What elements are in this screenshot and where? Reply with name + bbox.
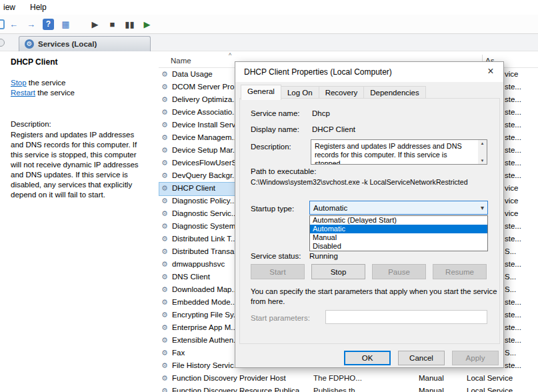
dhcp-properties-dialog: DHCP Client Properties (Local Computer) … (235, 61, 504, 368)
service-name: DHCP Client (172, 184, 215, 193)
option-automatic-delayed-start[interactable]: Automatic (Delayed Start) (310, 216, 487, 225)
service-gear-icon: ⚙ (161, 121, 168, 129)
service-startup-type-cell: Manual (419, 387, 444, 392)
taskpad-tab-strip: ⚙ Services (Local) (0, 34, 538, 51)
apply-button[interactable]: Apply (452, 351, 499, 365)
option-disabled[interactable]: Disabled (310, 242, 487, 251)
service-logon-as-fragment: ste... (505, 121, 521, 129)
service-logon-as-fragment: ste... (505, 146, 521, 155)
service-gear-icon: ⚙ (161, 247, 168, 256)
service-row[interactable]: ⚙ Function Discovery Provider Host The F… (159, 372, 538, 385)
start-button[interactable]: Start (251, 264, 305, 279)
service-gear-icon: ⚙ (161, 336, 168, 345)
service-gear-icon: ⚙ (161, 70, 168, 79)
start-parameters-input[interactable] (325, 310, 487, 324)
service-gear-icon: ⚙ (161, 387, 168, 392)
cancel-button[interactable]: Cancel (398, 351, 445, 365)
description-textbox[interactable]: Registers and updates IP addresses and D… (311, 139, 487, 165)
column-header-name[interactable]: Name (171, 57, 191, 65)
dialog-description-label: Description: (251, 143, 291, 151)
help-icon[interactable]: ? (43, 19, 54, 30)
service-name: Distributed Transa... (172, 247, 241, 256)
service-gear-icon: ⚙ (161, 83, 168, 91)
service-name: Extensible Authen... (172, 336, 240, 345)
restart-service-link[interactable]: Restart (11, 89, 35, 97)
menu-help[interactable]: Help (28, 2, 49, 13)
selected-service-title: DHCP Client (11, 57, 57, 67)
startup-type-dropdown: Automatic (Delayed Start)AutomaticManual… (309, 215, 488, 251)
service-description-cell: The FDPHO... (313, 374, 362, 383)
service-name-value: Dhcp (312, 109, 330, 117)
service-row[interactable]: ⚙ Function Discovery Resource Publica Pu… (159, 385, 538, 392)
service-logon-as-fragment: ste... (505, 311, 521, 319)
service-gear-icon: ⚙ (161, 374, 168, 383)
service-name: DNS Client (172, 273, 210, 281)
service-name: dmwappushsvc (172, 260, 225, 269)
service-logon-as-fragment: ste... (505, 95, 521, 104)
list-view-icon[interactable]: ▦ (59, 17, 73, 31)
scroll-up-icon[interactable]: ▲ (481, 141, 485, 145)
service-gear-icon: ⚙ (161, 171, 168, 180)
service-logon-as-fragment: vice (505, 184, 518, 193)
pause-button[interactable]: Pause (372, 264, 426, 279)
service-logon-as-fragment: ste... (505, 159, 521, 167)
service-logon-as-fragment: vice (505, 197, 518, 205)
service-name: Function Discovery Resource Publica (172, 387, 299, 392)
service-logon-as-cell: Local Service (467, 387, 513, 392)
service-name: File History Servic... (172, 361, 240, 370)
path-to-executable-label: Path to executable: (251, 167, 316, 175)
service-name: Fax (172, 349, 185, 357)
tab-services-local[interactable]: ⚙ Services (Local) (19, 36, 151, 51)
export-list-icon[interactable]: → (24, 17, 38, 31)
menu-view[interactable]: iew (1, 2, 17, 13)
service-gear-icon: ⚙ (161, 311, 168, 319)
stop-service-icon[interactable]: ■ (105, 17, 119, 31)
start-service-icon[interactable]: ▶ (88, 17, 102, 31)
resume-button[interactable]: Resume (433, 264, 487, 279)
service-gear-icon: ⚙ (161, 273, 168, 281)
service-gear-icon: ⚙ (161, 146, 168, 155)
stop-button[interactable]: Stop (311, 264, 365, 279)
services-icon: ⚙ (25, 39, 34, 49)
service-logon-as-fragment: ste... (505, 108, 521, 117)
service-name: Enterprise App M... (172, 323, 237, 332)
restart-service-icon[interactable]: ▶ (140, 17, 154, 31)
service-name: Device Setup Mar... (172, 146, 239, 155)
pause-service-icon[interactable]: ▮▮ (123, 17, 137, 31)
back-icon[interactable]: ← (7, 17, 21, 31)
service-logon-as-fragment: ste... (505, 323, 521, 332)
service-logon-as-fragment: ste... (505, 361, 521, 370)
service-description-cell: Publishes th... (313, 387, 361, 392)
close-icon[interactable]: × (479, 63, 502, 80)
service-logon-as-fragment: ste... (505, 222, 521, 231)
stop-service-link[interactable]: Stop (11, 79, 27, 87)
service-gear-icon: ⚙ (161, 159, 168, 167)
service-logon-as-fragment: vice (505, 70, 518, 79)
option-manual[interactable]: Manual (310, 233, 487, 242)
service-name: Data Usage (172, 70, 213, 79)
service-gear-icon: ⚙ (161, 349, 168, 357)
display-name-label: Display name: (251, 125, 299, 133)
service-name: Device Associatio... (172, 108, 239, 117)
service-description-text: Registers and updates IP addresses and D… (11, 130, 144, 200)
sort-ascending-icon: ^ (229, 52, 231, 59)
description-scrollbar[interactable]: ▲ ▼ (478, 140, 487, 164)
menu-bar: iew Help (0, 0, 538, 15)
stop-service-line: Stop the service (11, 79, 65, 87)
clipped-icon-fragment (0, 39, 5, 47)
scroll-down-icon[interactable]: ▼ (481, 159, 485, 163)
tab-general[interactable]: General (241, 85, 281, 100)
dialog-title-bar[interactable]: DHCP Client Properties (Local Computer) (235, 62, 503, 82)
ok-button[interactable]: OK (344, 351, 391, 365)
service-logon-as-fragment: S... (505, 273, 516, 281)
startup-type-combobox[interactable]: Automatic ▾ (309, 201, 488, 215)
service-logon-as-fragment: S... (505, 247, 516, 256)
service-name: Delivery Optimiza... (172, 95, 239, 104)
service-logon-as-cell: Local Service (467, 374, 513, 383)
service-name: Device Managem... (172, 133, 238, 142)
service-name: Function Discovery Provider Host (172, 374, 286, 383)
option-automatic[interactable]: Automatic (310, 225, 487, 233)
service-gear-icon: ⚙ (161, 285, 168, 294)
service-name: Diagnostic Policy... (172, 197, 236, 205)
service-name: Device Install Serv... (172, 121, 241, 129)
